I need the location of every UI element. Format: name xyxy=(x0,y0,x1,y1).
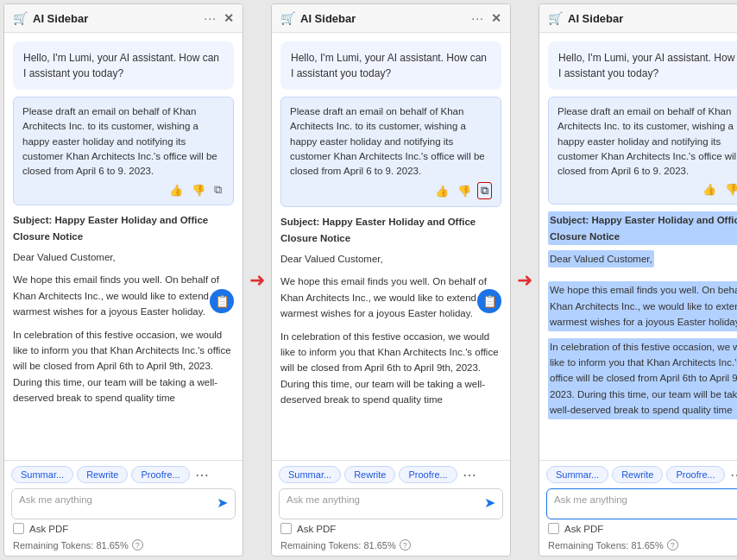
panel-1-title: AI Sidebar xyxy=(33,12,88,25)
panel-1-content: Hello, I'm Lumi, your AI assistant. How … xyxy=(4,33,243,460)
panel-2-content: Hello, I'm Lumi, your AI assistant. How … xyxy=(272,33,510,460)
panel-1-floating-copy[interactable]: 📋 xyxy=(210,289,234,313)
panel-3-rewrite-btn[interactable]: Rewrite xyxy=(612,466,663,483)
panel-3-header: 🛒 AI Sidebar ··· ✕ xyxy=(539,4,737,33)
panel-3-ask-pdf-checkbox[interactable] xyxy=(548,523,559,534)
panel-3-salutation: Dear Valued Customer, xyxy=(548,250,654,267)
panel-2-info-icon[interactable]: ? xyxy=(400,539,411,551)
arrow-2: ➜ xyxy=(514,3,535,557)
panel-3-summarize-btn[interactable]: Summar... xyxy=(546,466,608,483)
panel-2-header: 🛒 AI Sidebar ··· ✕ xyxy=(272,4,510,33)
panel-3-thumbup-btn[interactable]: 👍 xyxy=(700,182,719,197)
rewrite-btn[interactable]: Rewrite xyxy=(77,466,128,483)
panel-2-floating-copy[interactable]: 📋 xyxy=(477,289,501,313)
panel-1-ask-pdf-checkbox[interactable] xyxy=(13,523,24,534)
panel-1-close-icon[interactable]: ✕ xyxy=(224,11,234,25)
panel-2-more-icon[interactable]: ··· xyxy=(471,11,484,25)
panel-1-quick-buttons: Summar... Rewrite Proofre... ⋯ xyxy=(11,466,236,483)
panel-1-bottom: Summar... Rewrite Proofre... ⋯ Ask me an… xyxy=(4,460,243,556)
panel-3-ask-pdf-row: Ask PDF xyxy=(546,519,737,538)
panel-2-greeting: Hello, I'm Lumi, your AI assistant. How … xyxy=(280,41,501,90)
panel-3-info-icon[interactable]: ? xyxy=(667,539,678,551)
panel-3-user-message: Please draft an email on behalf of Khan … xyxy=(548,97,737,204)
panel-2-user-message: Please draft an email on behalf of Khan … xyxy=(280,97,501,207)
panel-2-message-actions: 👍 👎 ⧉ xyxy=(290,182,492,199)
panel-2-response: Subject: Happy Easter Holiday and Office… xyxy=(280,214,501,414)
panel-2-title: AI Sidebar xyxy=(300,12,356,25)
panel-2-ask-pdf-row: Ask PDF xyxy=(279,519,503,538)
panel-3-ask-pdf-label: Ask PDF xyxy=(564,524,603,534)
panel-3-tokens: Remaining Tokens: 81.65% ? xyxy=(546,538,737,551)
cart-icon[interactable]: 🛒 xyxy=(13,11,28,25)
panel-2-proofread-btn[interactable]: Proofre... xyxy=(399,466,457,483)
proofread-btn[interactable]: Proofre... xyxy=(131,466,189,483)
panel-2-ask-pdf-checkbox[interactable] xyxy=(280,523,292,534)
panel-1-send-btn[interactable]: ➤ xyxy=(217,494,228,511)
panel-2-thumbdown-btn[interactable]: 👎 xyxy=(455,182,474,199)
arrow-1: ➜ xyxy=(247,3,268,557)
panel-1-tokens: Remaining Tokens: 81.65% ? xyxy=(11,538,236,551)
panel-2-quick-buttons: Summar... Rewrite Proofre... ⋯ xyxy=(279,466,503,483)
panel-2-thumbup-btn[interactable]: 👍 xyxy=(432,182,451,199)
panel-3-message-actions: 👍 👎 ✓ xyxy=(557,182,737,197)
panel-3: 🛒 AI Sidebar ··· ✕ Hello, I'm Lumi, your… xyxy=(539,3,737,557)
panel-2-more-options-btn[interactable]: ⋯ xyxy=(461,467,478,483)
panel-1-input-area[interactable]: Ask me anything ➤ xyxy=(11,488,236,519)
panel-3-bottom: Summar... Rewrite Proofre... ⋯ Ask me an… xyxy=(539,460,737,556)
panel-1-greeting: Hello, I'm Lumi, your AI assistant. How … xyxy=(13,41,234,90)
panel-3-header-left: 🛒 AI Sidebar xyxy=(548,11,623,25)
panel-2-close-icon[interactable]: ✕ xyxy=(491,11,501,25)
panel-1-info-icon[interactable]: ? xyxy=(132,539,143,551)
panel-2-input-placeholder: Ask me anything xyxy=(287,494,484,505)
summarize-btn[interactable]: Summar... xyxy=(11,466,73,483)
panel-3-subject: Subject: Happy Easter Holiday and Office… xyxy=(548,211,737,245)
more-options-btn[interactable]: ⋯ xyxy=(193,467,211,483)
panel-1-header-left: 🛒 AI Sidebar xyxy=(13,11,88,25)
panel-3-greeting: Hello, I'm Lumi, your AI assistant. How … xyxy=(548,41,737,90)
panel-3-thumbdown-btn[interactable]: 👎 xyxy=(722,182,737,197)
panel-3-body2: In celebration of this festive occasion,… xyxy=(548,338,737,419)
panel-3-more-options-btn[interactable]: ⋯ xyxy=(728,467,737,483)
panel-3-input-placeholder: Ask me anything xyxy=(554,494,737,505)
panel-2-send-btn[interactable]: ➤ xyxy=(484,494,495,511)
thumbdown-btn[interactable]: 👎 xyxy=(189,182,208,198)
panel-2-tokens: Remaining Tokens: 81.65% ? xyxy=(279,538,503,551)
panel-1: 🛒 AI Sidebar ··· ✕ Hello, I'm Lumi, your… xyxy=(3,3,243,557)
panel-3-proofread-btn[interactable]: Proofre... xyxy=(666,466,724,483)
panel-3-cart-icon[interactable]: 🛒 xyxy=(548,11,563,25)
panel-1-header: 🛒 AI Sidebar ··· ✕ xyxy=(4,4,243,33)
panel-3-content: Hello, I'm Lumi, your AI assistant. How … xyxy=(539,33,737,460)
panel-3-body1: We hope this email finds you well. On be… xyxy=(548,281,737,330)
copy-btn[interactable]: ⧉ xyxy=(211,182,224,198)
panel-3-quick-buttons: Summar... Rewrite Proofre... ⋯ xyxy=(546,466,737,483)
panel-2: 🛒 AI Sidebar ··· ✕ Hello, I'm Lumi, your… xyxy=(271,3,511,557)
panel-3-response: Subject: Happy Easter Holiday and Office… xyxy=(548,211,737,425)
panel-1-ask-pdf-row: Ask PDF xyxy=(11,519,236,538)
panel-1-input-placeholder: Ask me anything xyxy=(19,494,217,505)
panel-2-bottom: Summar... Rewrite Proofre... ⋯ Ask me an… xyxy=(272,460,510,556)
panel-2-rewrite-btn[interactable]: Rewrite xyxy=(344,466,395,483)
panel-2-summarize-btn[interactable]: Summar... xyxy=(279,466,341,483)
panel-1-message-actions: 👍 👎 ⧉ xyxy=(22,182,224,198)
panel-2-cart-icon[interactable]: 🛒 xyxy=(280,11,295,25)
panel-2-header-left: 🛒 AI Sidebar xyxy=(280,11,356,25)
thumbup-btn[interactable]: 👍 xyxy=(167,182,186,198)
panel-3-input-area[interactable]: Ask me anything ➤ xyxy=(546,488,737,519)
panel-2-input-area[interactable]: Ask me anything ➤ xyxy=(279,488,503,519)
panel-1-more-icon[interactable]: ··· xyxy=(204,11,217,25)
panel-2-copy-btn[interactable]: ⧉ xyxy=(477,182,492,199)
panel-2-ask-pdf-label: Ask PDF xyxy=(297,524,336,534)
panel-1-response: Subject: Happy Easter Holiday and Office… xyxy=(13,212,234,412)
panel-3-title: AI Sidebar xyxy=(568,12,623,25)
panel-1-ask-pdf-label: Ask PDF xyxy=(29,524,68,534)
panel-1-user-message: Please draft an email on behalf of Khan … xyxy=(13,97,234,205)
